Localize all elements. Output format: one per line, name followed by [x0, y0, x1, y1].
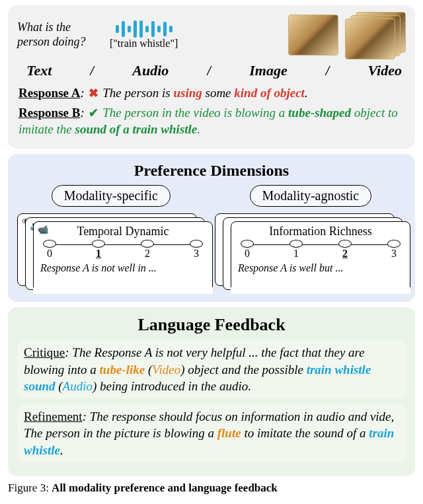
modality-separator: /: [326, 63, 330, 79]
rating-scale: 0 1 2 3: [40, 240, 206, 260]
information-richness-card-stack: Information Richness 0 1 2 3 Response A …: [215, 213, 406, 294]
response-a-label: Response A: [19, 86, 80, 100]
selected-tick: 1: [96, 248, 101, 260]
refinement-block: Refinement: The response should focus on…: [17, 404, 406, 463]
cross-icon: ✖: [88, 85, 100, 101]
rating-scale: 0 1 2 3: [238, 240, 403, 260]
card-title: Temporal Dynamic: [40, 225, 206, 238]
inputs-row: What is the person doing? ["train whistl…: [17, 12, 406, 58]
temporal-dynamic-card: 📹 Temporal Dynamic 0 1 2 3 Response A is…: [33, 221, 213, 294]
modality-separator: /: [207, 63, 211, 79]
prompt-text: What is the person doing?: [17, 20, 103, 49]
video-camera-icon: 📹: [38, 225, 48, 235]
highlight-video-term: tube-like: [100, 363, 145, 377]
video-thumbnail-stack: [345, 12, 406, 58]
modality-text-label: Text: [26, 62, 52, 79]
waveform-icon: [116, 20, 173, 38]
card-note: Response A is not well in ...: [40, 262, 206, 274]
language-feedback-title: Language Feedback: [17, 315, 406, 335]
refinement-label: Refinement: [24, 410, 83, 423]
video-tag: Video: [152, 363, 180, 377]
inputs-and-responses-panel: What is the person doing? ["train whistl…: [8, 5, 415, 149]
response-b-highlight-2: sound of a train whistle: [75, 122, 197, 136]
information-richness-card: Information Richness 0 1 2 3 Response A …: [231, 221, 410, 294]
critique-label: Critique: [24, 345, 65, 359]
modality-audio-label: Audio: [132, 62, 169, 79]
language-feedback-panel: Language Feedback Critique: The Response…: [8, 307, 415, 476]
figure-caption: Figure 3: All modality preference and la…: [8, 482, 415, 495]
card-title: Information Richness: [238, 225, 403, 238]
modality-video-label: Video: [368, 62, 402, 79]
card-note: Response A is well but ...: [238, 262, 403, 274]
modality-image-label: Image: [249, 62, 287, 79]
rating-cards-row: 👁 🔊 📹 Temporal Dynamic 0 1 2 3 Response …: [17, 213, 406, 294]
modality-labels-row: Text / Audio / Image / Video: [17, 62, 406, 79]
check-icon: ✔: [88, 105, 100, 121]
figure-title: All modality preference and language fee…: [52, 482, 278, 494]
response-a-highlight-1: using: [173, 86, 202, 100]
preference-dimensions-panel: Preference Dimensions Modality-specific …: [8, 154, 415, 302]
selected-tick: 2: [342, 248, 348, 260]
highlight-flute: flute: [217, 426, 241, 440]
critique-block: Critique: The Response A is not very hel…: [17, 340, 406, 399]
audio-caption: ["train whistle"]: [110, 38, 178, 50]
figure-number: Figure 3:: [8, 482, 52, 494]
image-thumbnail: [288, 15, 338, 55]
dimension-pill-row: Modality-specific Modality-agnostic: [17, 185, 406, 207]
modality-specific-pill: Modality-specific: [52, 185, 171, 207]
modality-separator: /: [90, 63, 94, 79]
temporal-dynamic-card-stack: 👁 🔊 📹 Temporal Dynamic 0 1 2 3 Response …: [17, 213, 208, 294]
response-b-label: Response B: [19, 106, 80, 120]
response-a-line: Response A: ✖ The person is using some k…: [19, 85, 404, 102]
response-b-highlight-1: tube-shaped: [288, 106, 351, 120]
response-b-line: Response B: ✔ The person in the video is…: [19, 104, 404, 138]
audio-tag: Audio: [63, 379, 93, 393]
modality-agnostic-pill: Modality-agnostic: [250, 185, 372, 207]
response-a-highlight-2: kind of object: [234, 86, 305, 100]
preference-title: Preference Dimensions: [17, 162, 406, 180]
audio-input-block: ["train whistle"]: [110, 20, 178, 50]
